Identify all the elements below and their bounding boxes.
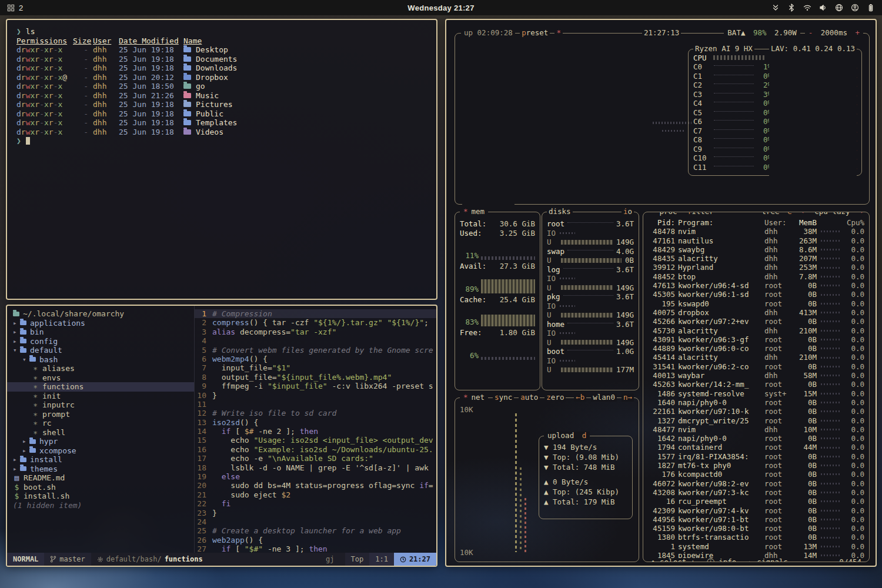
filter-button[interactable]: filter: [686, 212, 716, 216]
terminal-cursor[interactable]: [26, 137, 30, 145]
tree-item[interactable]: ▸themes: [7, 465, 194, 474]
line-number: 3: [195, 328, 212, 336]
proc-row[interactable]: 43091kworker/u96:3-gfroot0B0.0: [648, 335, 864, 344]
editor-window[interactable]: ~/.local/share/omarchy▸applications▸bin▸…: [6, 305, 437, 567]
core-row: C100%: [693, 153, 772, 163]
proc-row[interactable]: 44956kworker/u97:1-btroot0B0.0: [648, 515, 864, 524]
iface-next-button[interactable]: n→: [622, 393, 634, 402]
updates-icon[interactable]: [771, 4, 780, 12]
proc-row[interactable]: 47613kworker/u96:4-sdroot0B0.0: [648, 281, 864, 290]
preset-button[interactable]: preset: [520, 29, 550, 37]
wifi-icon[interactable]: [803, 4, 811, 12]
tree-item[interactable]: ▾bash: [7, 355, 194, 365]
tree-item[interactable]: ∗rc: [7, 419, 194, 428]
sort-next-button[interactable]: →: [856, 212, 864, 216]
clock: Wednesday 21:27: [0, 4, 882, 12]
proc-row[interactable]: 16rcu_preemptroot0B0.0: [648, 497, 864, 506]
proc-row[interactable]: 45305kworker/u96:1-sdroot0B0.0: [648, 290, 864, 299]
tree-toggle[interactable]: tree e: [759, 212, 796, 216]
tree-item[interactable]: ∗prompt: [7, 410, 194, 419]
folder-icon: [20, 466, 26, 471]
tree-item[interactable]: ▾default: [7, 346, 194, 355]
proc-signals-hint[interactable]: ← signals: [746, 558, 790, 562]
tree-item[interactable]: ∗shell: [7, 428, 194, 437]
iface-prev-button[interactable]: ←b: [574, 393, 586, 402]
btop-window[interactable]: *cpu menu preset * 21:27:13 BAT▲ 98% 2.9…: [445, 19, 877, 567]
tree-item[interactable]: $install.sh: [7, 492, 194, 501]
cursor-position: 1:1: [369, 553, 394, 566]
disks-box-title: disks: [547, 208, 573, 216]
git-branch[interactable]: master: [44, 553, 91, 566]
line-number: 17: [195, 454, 212, 463]
proc-row[interactable]: 40013waybardhh58M0.0: [648, 371, 864, 380]
proc-row[interactable]: 1640napi/phy0-0root0B0.0: [648, 398, 864, 407]
proc-row[interactable]: 45730alacrittydhh210M0.0: [648, 326, 864, 335]
tree-item[interactable]: ▸config: [7, 337, 194, 346]
tree-item[interactable]: ▸applications: [7, 319, 194, 328]
battery-icon[interactable]: [867, 4, 875, 12]
code-area[interactable]: 1# Compression2compress() { tar -czf "${…: [194, 306, 436, 553]
tree-item[interactable]: ∗functions: [7, 382, 194, 392]
proc-row[interactable]: 39912Hyprlanddhh253M0.0: [648, 263, 864, 272]
proc-row[interactable]: 48429swaybgdhh8.6M0.0: [648, 245, 864, 254]
line-number: 20: [195, 481, 212, 490]
tree-item[interactable]: ∗inputrc: [7, 400, 194, 410]
tree-item[interactable]: ▤README.md: [7, 473, 194, 483]
proc-row[interactable]: 22161kworker/u97:10-kroot0B0.0: [648, 407, 864, 416]
tree-item[interactable]: (1 hidden item): [7, 501, 194, 510]
proc-row[interactable]: 1486systemd-resolvesyst+15M0.0: [648, 389, 864, 398]
folder-icon: [20, 457, 26, 462]
proc-row[interactable]: 43208kworker/u97:3-kcroot0B0.0: [648, 488, 864, 497]
io-toggle[interactable]: io: [622, 208, 634, 216]
code-line: 4: [195, 336, 436, 345]
tree-item[interactable]: ∗aliases: [7, 364, 194, 373]
proc-row[interactable]: 40075dropboxdhh413M0.0: [648, 308, 864, 317]
tree-item[interactable]: ▸bin: [7, 328, 194, 337]
proc-row[interactable]: 47161nautilusdhh263M0.0: [648, 236, 864, 245]
proc-row[interactable]: 48478nvimdhh38M0.0: [648, 227, 864, 236]
proc-header[interactable]: Pid:Program:User:MemBCpu%: [648, 218, 864, 227]
net-sync-toggle[interactable]: sync: [493, 393, 514, 402]
proc-row[interactable]: 1642napi/phy0-0root0B0.0: [648, 434, 864, 443]
terminal-window[interactable]: ❯ls PermissionsSizeUserDate ModifiedName…: [6, 19, 437, 300]
tree-item[interactable]: ∗envs: [7, 373, 194, 383]
net-auto-toggle[interactable]: auto: [519, 393, 540, 402]
tree-item[interactable]: ~/.local/share/omarchy: [7, 309, 194, 319]
proc-row[interactable]: 42309kworker/u97:4-kvroot0B0.0: [648, 506, 864, 515]
terminal-body[interactable]: ❯ls PermissionsSizeUserDate ModifiedName…: [7, 20, 436, 153]
network-icon[interactable]: [835, 4, 843, 12]
user-icon[interactable]: [851, 4, 859, 12]
proc-row[interactable]: 1827mt76-tx phy0root0B0.0: [648, 461, 864, 470]
proc-row[interactable]: 1327dmcrypt_write/25root0B0.0: [648, 416, 864, 425]
proc-info-hint[interactable]: ⓘ info: [705, 558, 738, 562]
proc-row[interactable]: 48477nvimdhh10M0.0: [648, 425, 864, 434]
proc-row[interactable]: 48452btopdhh7.8M0.0: [648, 272, 864, 281]
interval-control[interactable]: - 2000ms +: [805, 29, 863, 37]
proc-row[interactable]: 44889kworker/u96:0-coroot0B0.0: [648, 344, 864, 353]
tree-item[interactable]: ▸install: [7, 455, 194, 465]
volume-icon[interactable]: [819, 4, 827, 12]
tree-item[interactable]: ∗init: [7, 392, 194, 401]
net-zero-toggle[interactable]: zero: [544, 393, 566, 402]
file-tree[interactable]: ~/.local/share/omarchy▸applications▸bin▸…: [7, 306, 194, 553]
tree-item[interactable]: ▸hypr: [7, 437, 194, 446]
proc-row[interactable]: 31541kworker/u96:2-coroot0B0.0: [648, 362, 864, 371]
proc-row[interactable]: 1systemdroot13M0.0: [648, 542, 864, 551]
code-line: 24: [195, 517, 436, 526]
bluetooth-icon[interactable]: [787, 4, 796, 12]
proc-row[interactable]: 45414alacrittydhh210M0.0: [648, 353, 864, 362]
proc-row[interactable]: 46072kworker/u98:2-evroot0B0.0: [648, 479, 864, 488]
proc-row[interactable]: 45263kworker/14:2-mm_root0B0.0: [648, 380, 864, 389]
proc-row[interactable]: 1577irq/81-PIXA3854:root0B0.0: [648, 452, 864, 461]
proc-row[interactable]: 45159kworker/u98:0-btroot0B0.0: [648, 524, 864, 533]
proc-row[interactable]: 45266kworker/u97:2+evroot0B0.0: [648, 317, 864, 326]
tree-item[interactable]: $boot.sh: [7, 483, 194, 492]
proc-row[interactable]: 195kswapd0root0B0.0: [648, 299, 864, 308]
proc-row[interactable]: 1794containerdroot44M0.0: [648, 443, 864, 452]
proc-select-hint[interactable]: ↑ select ↓: [649, 558, 697, 562]
proc-row[interactable]: 1380btrfs-transactioroot0B0.0: [648, 533, 864, 542]
proc-row[interactable]: 176kcompactd0root0B0.0: [648, 470, 864, 479]
tree-item[interactable]: ▸xcompose: [7, 446, 194, 456]
sort-prev-button[interactable]: ←: [800, 212, 808, 216]
proc-row[interactable]: 48435alacrittydhh207M0.0: [648, 254, 864, 263]
